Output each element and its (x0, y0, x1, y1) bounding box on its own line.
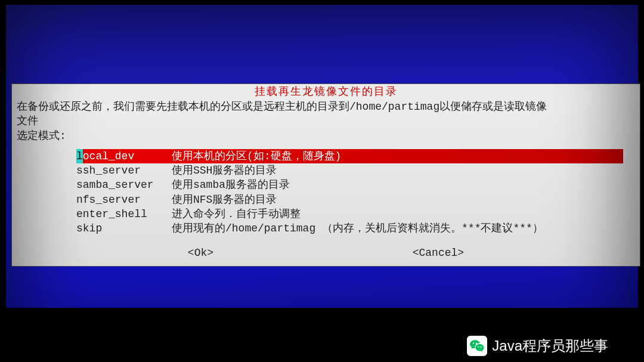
ok-button[interactable]: <Ok> (185, 247, 216, 259)
menu-item-key: local_dev (76, 149, 172, 163)
wechat-icon (467, 336, 487, 356)
cancel-button[interactable]: <Cancel> (410, 247, 466, 259)
menu-item-local-dev[interactable]: local_dev 使用本机的分区(如:硬盘，随身盘) (76, 149, 623, 163)
menu-list: local_dev 使用本机的分区(如:硬盘，随身盘) ssh_server 使… (76, 149, 623, 236)
menu-item-label: 使用本机的分区(如:硬盘，随身盘) (172, 149, 623, 163)
console-screen: 挂载再生龙镜像文件的目录 在备份或还原之前，我们需要先挂载本机的分区或是远程主机… (6, 5, 638, 308)
menu-item-label: 进入命令列．自行手动调整 (172, 207, 623, 221)
menu-item-key: enter_shell (76, 207, 172, 221)
dialog-title: 挂载再生龙镜像文件的目录 (17, 84, 635, 98)
watermark-text: Java程序员那些事 (492, 336, 608, 355)
menu-item-label: 使用samba服务器的目录 (172, 178, 623, 192)
menu-item-label: 使用NFS服务器的目录 (172, 193, 623, 207)
menu-item-enter-shell[interactable]: enter_shell 进入命令列．自行手动调整 (76, 207, 623, 221)
dialog-description: 在备份或还原之前，我们需要先挂载本机的分区或是远程主机的目录到/home/par… (17, 100, 635, 143)
menu-item-ssh-server[interactable]: ssh_server 使用SSH服务器的目录 (76, 163, 623, 178)
menu-item-key: skip (76, 221, 172, 236)
dialog-buttons: <Ok> <Cancel> (17, 247, 635, 259)
menu-item-label: 使用SSH服务器的目录 (172, 163, 623, 178)
menu-item-skip[interactable]: skip 使用现有的/home/partimag （内存，关机后资料就消失。**… (76, 221, 623, 236)
watermark: Java程序员那些事 (467, 336, 608, 356)
menu-item-label: 使用现有的/home/partimag （内存，关机后资料就消失。***不建议*… (172, 221, 623, 236)
menu-item-samba-server[interactable]: samba_server 使用samba服务器的目录 (76, 178, 623, 192)
menu-item-key: samba_server (76, 178, 172, 192)
mount-dialog: 挂载再生龙镜像文件的目录 在备份或还原之前，我们需要先挂载本机的分区或是远程主机… (11, 83, 640, 267)
menu-item-key: nfs_server (76, 193, 172, 207)
menu-item-key: ssh_server (76, 163, 172, 178)
menu-item-nfs-server[interactable]: nfs_server 使用NFS服务器的目录 (76, 193, 623, 207)
